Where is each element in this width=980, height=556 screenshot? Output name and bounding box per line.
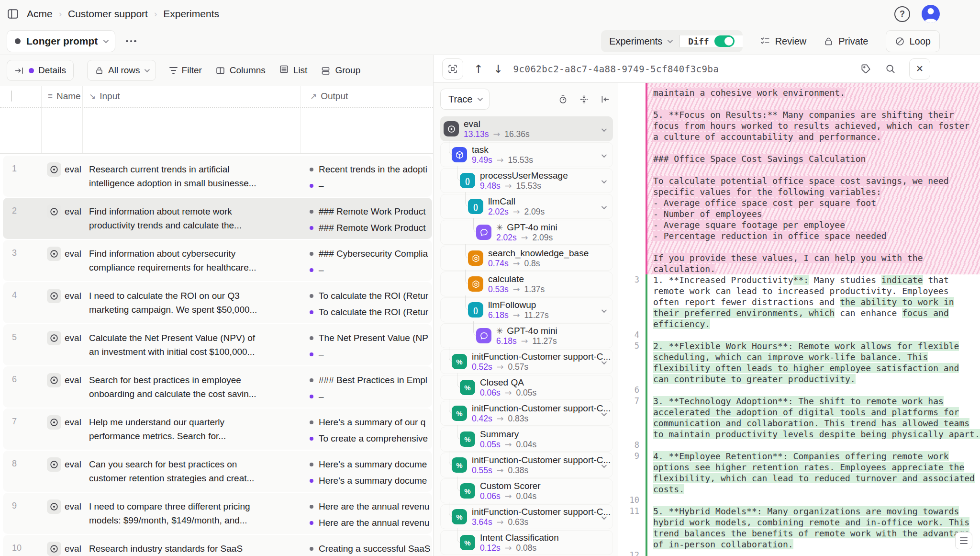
line-number: 10 [618, 495, 646, 506]
table-row[interactable]: 9evalI need to compare three different p… [3, 493, 432, 534]
group-button[interactable]: Group [321, 65, 360, 76]
span-timing: 3.64s→0.63s [472, 517, 612, 527]
details-button[interactable]: Details [7, 60, 74, 81]
diff-line-content: To calculate potential office space cost… [647, 175, 980, 186]
column-header-output[interactable]: ↗Output [301, 91, 433, 102]
input-line: I need to calculate the ROI on our Q3 [89, 289, 301, 303]
table-row[interactable]: 6evalSearch for best practices in employ… [3, 366, 432, 408]
table-row[interactable]: 7evalHelp me understand our quarterlyper… [3, 408, 432, 450]
arrow-right-icon: → [497, 414, 504, 423]
added-text: costs. [653, 484, 684, 494]
span-row[interactable]: %initFunction-Customer support-C...3.64s… [440, 504, 613, 529]
span-row[interactable]: %initFunction-Customer support-C...0.55s… [440, 453, 613, 477]
output-line: – [310, 347, 432, 361]
context-text: can enhance [835, 308, 902, 318]
span-label: Intent Classification [480, 533, 612, 543]
removed-text: To calculate potential office space cost… [653, 176, 949, 186]
diff-line-content: 5. **Focus on Results:** Many companies … [647, 109, 980, 120]
breadcrumb-project[interactable]: Customer support [68, 8, 148, 20]
diff-toggle[interactable] [714, 35, 735, 47]
span-row[interactable]: calculate0.53s→1.37s [440, 272, 613, 296]
sidebar-toggle-button[interactable] [7, 8, 19, 20]
sidebar-icon [7, 8, 19, 20]
timing-button[interactable] [558, 94, 568, 104]
output-cell: ### Best Practices in Empl– [301, 366, 432, 408]
chevron-down-icon [144, 67, 149, 72]
span-tree-rows: eval13.13s→16.36stask9.49s→15.53s()proce… [440, 116, 613, 556]
input-line: customer retention strategies and creat.… [89, 471, 301, 485]
column-header-input[interactable]: ↘Input [82, 91, 301, 102]
span-row[interactable]: ✳GPT-4o mini2.02s→2.09s [440, 220, 613, 245]
table-row[interactable]: 10evalResearch industry standards for Sa… [3, 535, 432, 556]
breadcrumb-section[interactable]: Experiments [163, 8, 219, 20]
span-row[interactable]: %Custom Scorer0.06s→0.04s [440, 478, 613, 503]
span-row[interactable]: ()processUserMessage9.48s→15.53s [440, 168, 613, 193]
line-number [618, 208, 646, 219]
llm-span-icon [476, 225, 491, 240]
eval-icon [47, 415, 61, 430]
trace-view-dropdown[interactable]: Trace [440, 89, 490, 110]
span-duration-secondary: 0.57s [508, 362, 528, 372]
columns-button[interactable]: Columns [215, 65, 266, 76]
input-cell: Search for best practices in employeeonb… [82, 366, 301, 408]
filter-button[interactable]: Filter [169, 65, 202, 76]
span-row[interactable]: %Summary0.05s→0.04s [440, 427, 613, 452]
table-row[interactable]: 5evalCalculate the Net Present Value (NP… [3, 324, 432, 365]
previous-row-button[interactable]: ↑ [474, 63, 483, 75]
diff-removed-line: 5. **Focus on Results:** Many companies … [618, 109, 980, 120]
outline-menu-button[interactable] [955, 532, 972, 549]
output-line: To create a comprehensive [310, 431, 432, 445]
select-all-checkbox[interactable] [11, 91, 12, 102]
table-row[interactable]: 1evalResearch current trends in artifici… [3, 156, 432, 197]
span-row[interactable]: %Intent Classification0.12s→0.08s [440, 530, 613, 555]
span-row[interactable]: eval13.13s→16.36s [440, 116, 613, 141]
experiment-selector-button[interactable]: Longer prompt [7, 30, 115, 52]
tool-span-icon [468, 276, 483, 292]
next-row-button[interactable]: ↓ [493, 63, 502, 75]
diff-removed-line: - Number of employees [618, 208, 980, 219]
tag-button[interactable] [860, 63, 871, 74]
table-row[interactable]: 4evalI need to calculate the ROI on our … [3, 282, 432, 323]
breadcrumb-org[interactable]: Acme [27, 8, 53, 20]
table-row[interactable]: 2evalFind information about remote workp… [3, 198, 432, 239]
line-number [618, 241, 646, 252]
diff-line-content: calculation. [647, 263, 980, 274]
table-row[interactable]: 3evalFind information about cybersecurit… [3, 240, 432, 281]
more-options-button[interactable] [122, 36, 140, 46]
span-duration-secondary: 0.83s [508, 414, 528, 423]
table-row[interactable]: 8evalCan you search for best practices o… [3, 451, 432, 492]
percent-icon: % [464, 384, 470, 392]
span-row[interactable]: ✳GPT-4o mini6.18s→11.27s [440, 323, 613, 348]
private-button[interactable]: Private [824, 36, 868, 47]
diff-added-line: to maintain productivity levels despite … [618, 429, 980, 440]
span-row[interactable]: ()llmFollowup6.18s→11.27s [440, 297, 613, 322]
diff-added-line: scheduling, which can improve work-life … [618, 352, 980, 363]
loop-button[interactable]: Loop [886, 30, 940, 52]
diff-line-content: a culture of accountability and performa… [647, 131, 980, 142]
diff-added-line: flexibility, which can lead to reduced t… [618, 473, 980, 484]
span-row[interactable]: %initFunction-Customer support-C...0.42s… [440, 401, 613, 426]
diff-added-line: efficiency. [618, 318, 980, 329]
span-row[interactable]: %Closed QA0.06s→0.05s [440, 375, 613, 400]
span-row[interactable]: %initFunction-Customer support-C...0.52s… [440, 349, 613, 374]
span-name: calculate [488, 274, 524, 284]
span-row[interactable]: task9.49s→15.53s [440, 142, 613, 167]
span-name: llmCall [488, 196, 515, 207]
span-duration: 9.48s [480, 181, 501, 191]
close-panel-button[interactable]: ✕ [909, 58, 930, 79]
collapse-panel-button[interactable] [600, 94, 610, 104]
review-button[interactable]: Review [760, 36, 807, 47]
help-icon[interactable]: ? [894, 6, 910, 22]
view-selector-dropdown[interactable]: Experiments [601, 36, 679, 47]
span-info: calculate0.53s→1.37s [488, 274, 612, 294]
list-button[interactable]: List [279, 64, 308, 77]
collapse-spans-button[interactable] [579, 94, 589, 104]
rows-filter-button[interactable]: All rows [87, 60, 156, 81]
span-row[interactable]: search_knowledge_base0.74s→0.8s [440, 246, 613, 271]
column-header-name[interactable]: ≡Name [41, 91, 82, 102]
avatar[interactable] [922, 5, 940, 23]
span-row[interactable]: ()llmCall2.02s→2.09s [440, 194, 613, 219]
focus-trace-button[interactable] [442, 58, 463, 79]
span-info: eval13.13s→16.36s [464, 119, 612, 139]
search-button[interactable] [885, 63, 896, 74]
